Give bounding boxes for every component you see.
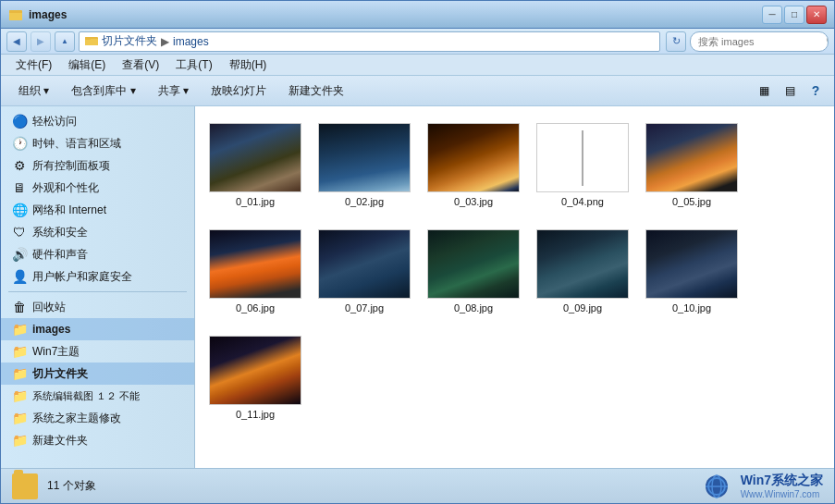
path-crumb-2[interactable]: images (173, 35, 209, 48)
file-thumb-0_08 (427, 229, 520, 299)
win7-icon: 📁 (12, 344, 27, 359)
new-folder-icon: 📁 (12, 433, 27, 448)
sidebar-item-hardware[interactable]: 🔊 硬件和声音 (1, 243, 194, 265)
sidebar-item-new-folder[interactable]: 📁 新建文件夹 (1, 429, 194, 451)
file-thumb-0_05 (645, 123, 738, 192)
search-input[interactable] (698, 36, 826, 47)
file-thumb-0_01 (209, 123, 301, 192)
file-label-0_09: 0_09.jpg (563, 302, 602, 313)
sidebar-item-accounts[interactable]: 👤 用户帐户和家庭安全 (1, 265, 194, 288)
share-button[interactable]: 共享 ▾ (148, 78, 199, 104)
file-thumb-0_04 (536, 123, 629, 192)
file-item-0_10[interactable]: 0_10.jpg (641, 222, 743, 321)
file-label-0_10: 0_10.jpg (672, 302, 711, 313)
title-bar: images ─ □ ✕ (1, 1, 834, 29)
menu-view[interactable]: 查看(V) (115, 55, 166, 75)
address-bar: ◀ ▶ ▲ 切片文件夹 ▶ images ↻ 🔍 (1, 29, 834, 55)
svg-rect-4 (85, 39, 98, 45)
sidebar-label-new-folder: 新建文件夹 (32, 433, 88, 449)
file-item-0_08[interactable]: 0_08.jpg (423, 222, 524, 321)
file-label-0_03: 0_03.jpg (454, 196, 493, 207)
status-right: Win7系统之家 Www.Winwin7.com (698, 473, 823, 500)
sidebar-item-recycle[interactable]: 🗑 回收站 (1, 296, 194, 318)
menu-tools[interactable]: 工具(T) (168, 55, 219, 75)
forward-button[interactable]: ▶ (31, 31, 51, 52)
svg-rect-2 (9, 10, 15, 13)
menu-edit[interactable]: 编辑(E) (61, 55, 113, 75)
sidebar-item-network[interactable]: 🌐 网络和 Internet (1, 199, 194, 221)
file-label-0_06: 0_06.jpg (236, 302, 275, 313)
file-item-0_01[interactable]: 0_01.jpg (204, 116, 306, 215)
sidebar: 🔵 轻松访问 🕐 时钟、语言和区域 ⚙ 所有控制面板项 🖥 外观和个性化 🌐 网… (1, 106, 195, 468)
file-grid: 0_01.jpg 0_02.jpg 0_03.jpg 0_04.png (204, 116, 825, 427)
refresh-button[interactable]: ↻ (666, 31, 686, 52)
thumb-line (582, 130, 583, 186)
include-library-button[interactable]: 包含到库中 ▾ (61, 78, 145, 104)
sidebar-item-easy-access[interactable]: 🔵 轻松访问 (1, 110, 194, 132)
sidebar-item-theme[interactable]: 📁 系统之家主题修改 (1, 407, 194, 429)
watermark-text: Win7系统之家 Www.Winwin7.com (741, 473, 823, 499)
toolbar: 组织 ▾ 包含到库中 ▾ 共享 ▾ 放映幻灯片 新建文件夹 ▦ ▤ ? (1, 75, 834, 106)
sidebar-label-accounts: 用户帐户和家庭安全 (32, 269, 132, 285)
window-icon (8, 7, 23, 22)
path-crumb-1[interactable]: 切片文件夹 (102, 33, 157, 49)
new-folder-button[interactable]: 新建文件夹 (278, 78, 354, 104)
maximize-button[interactable]: □ (784, 6, 804, 24)
path-sep: ▶ (161, 35, 169, 48)
view-change-button[interactable]: ▦ (753, 80, 775, 102)
file-label-0_04: 0_04.png (561, 196, 604, 207)
file-thumb-0_03 (427, 123, 520, 192)
up-button[interactable]: ▲ (55, 31, 75, 52)
sidebar-item-clock[interactable]: 🕐 时钟、语言和区域 (1, 132, 194, 154)
help-button[interactable]: ? (804, 80, 827, 102)
status-folder-icon (12, 473, 38, 499)
sidebar-item-images[interactable]: 📁 images (1, 318, 194, 340)
sidebar-label-theme: 系统之家主题修改 (32, 411, 121, 426)
file-item-0_05[interactable]: 0_05.jpg (641, 116, 743, 215)
menu-file[interactable]: 文件(F) (8, 55, 59, 75)
theme-icon: 📁 (12, 411, 27, 425)
all-panel-icon: ⚙ (12, 158, 27, 173)
file-thumb-0_06 (209, 229, 301, 299)
file-item-0_02[interactable]: 0_02.jpg (313, 116, 415, 215)
sidebar-item-appearance[interactable]: 🖥 外观和个性化 (1, 177, 194, 199)
menu-help[interactable]: 帮助(H) (222, 55, 275, 75)
sidebar-label-screenshot: 系统编辑截图 １２ 不能 (32, 389, 140, 403)
watermark-title: Win7系统之家 (741, 473, 823, 489)
file-item-0_06[interactable]: 0_06.jpg (204, 222, 306, 321)
sidebar-item-win7[interactable]: 📁 Win7主题 (1, 340, 194, 363)
window-title: images (29, 8, 762, 21)
security-icon: 🛡 (12, 225, 27, 240)
watermark-logo (698, 473, 735, 500)
sidebar-item-all-panel[interactable]: ⚙ 所有控制面板项 (1, 154, 194, 177)
clock-icon: 🕐 (12, 136, 27, 151)
search-icon[interactable]: 🔍 (826, 32, 829, 51)
status-bar: 11 个对象 Win7系统之家 Www.Winwin7.com (1, 468, 834, 503)
watermark-url: Www.Winwin7.com (741, 489, 823, 499)
file-item-0_09[interactable]: 0_09.jpg (532, 222, 633, 321)
main-content: 🔵 轻松访问 🕐 时钟、语言和区域 ⚙ 所有控制面板项 🖥 外观和个性化 🌐 网… (1, 106, 834, 468)
file-label-0_05: 0_05.jpg (672, 196, 711, 207)
file-item-0_03[interactable]: 0_03.jpg (423, 116, 524, 215)
close-button[interactable]: ✕ (806, 6, 827, 24)
file-thumb-0_10 (645, 229, 738, 299)
search-box: 🔍 (690, 31, 829, 52)
sidebar-item-security[interactable]: 🛡 系统和安全 (1, 221, 194, 243)
accounts-icon: 👤 (12, 269, 27, 284)
address-path[interactable]: 切片文件夹 ▶ images (79, 31, 660, 52)
file-item-0_04[interactable]: 0_04.png (532, 116, 633, 215)
file-item-0_07[interactable]: 0_07.jpg (313, 222, 415, 321)
back-button[interactable]: ◀ (6, 31, 27, 52)
file-label-0_11: 0_11.jpg (236, 409, 275, 420)
file-area: 0_01.jpg 0_02.jpg 0_03.jpg 0_04.png (195, 106, 834, 468)
sidebar-label-easy-access: 轻松访问 (32, 114, 77, 129)
file-thumb-0_02 (318, 123, 411, 192)
slideshow-button[interactable]: 放映幻灯片 (201, 78, 276, 104)
sidebar-item-slices[interactable]: 📁 切片文件夹 (1, 363, 194, 385)
organize-button[interactable]: 组织 ▾ (8, 78, 59, 104)
view-toggle-button[interactable]: ▤ (779, 80, 801, 102)
file-item-0_11[interactable]: 0_11.jpg (204, 328, 306, 427)
file-thumb-0_11 (209, 336, 301, 405)
minimize-button[interactable]: ─ (762, 6, 782, 24)
sidebar-item-screenshot[interactable]: 📁 系统编辑截图 １２ 不能 (1, 385, 194, 407)
